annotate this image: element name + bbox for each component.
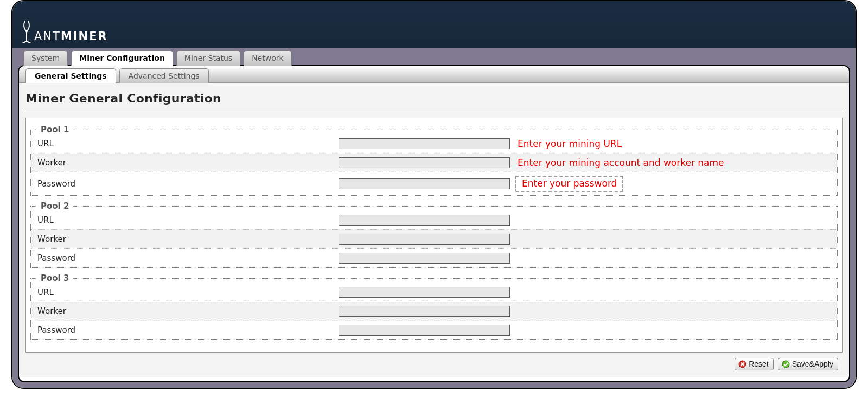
pool-2-row-worker: Worker — [31, 229, 837, 248]
field-label: Worker — [37, 306, 339, 316]
pool-2-worker-input[interactable] — [339, 234, 510, 245]
sub-tabs: General SettingsAdvanced Settings — [19, 66, 849, 83]
main-tab-miner-status[interactable]: Miner Status — [176, 50, 240, 66]
pool-2-row-url: URL — [31, 211, 837, 229]
field-label: Password — [37, 179, 339, 189]
field-label: Password — [37, 325, 339, 335]
field-label: URL — [37, 215, 339, 225]
svg-point-0 — [25, 30, 28, 33]
pool-1-worker-input[interactable] — [339, 157, 510, 168]
pool-3-password-input[interactable] — [339, 325, 510, 336]
field-label: URL — [37, 139, 339, 149]
pool-2-fieldset: Pool 2URLWorkerPassword — [30, 201, 838, 268]
main-frame: SystemMiner ConfigurationMiner StatusNet… — [12, 48, 856, 388]
reset-button[interactable]: Reset — [735, 358, 774, 370]
pool-3-row-worker: Worker — [31, 302, 837, 321]
svg-point-2 — [782, 361, 789, 368]
save-apply-button-label: Save&Apply — [792, 360, 833, 368]
pool-3-worker-input[interactable] — [339, 306, 510, 317]
device-window: ANTMINER SystemMiner ConfigurationMiner … — [11, 0, 857, 389]
pool-1-password-input[interactable] — [339, 178, 510, 189]
pool-2-row-password: Password — [31, 248, 837, 267]
hint-text: Enter your mining account and worker nam… — [518, 157, 724, 168]
main-tab-miner-configuration[interactable]: Miner Configuration — [71, 50, 173, 66]
hint-text: Enter your mining URL — [518, 138, 622, 149]
field-label: Worker — [37, 234, 339, 244]
cancel-icon — [738, 360, 746, 368]
pool-2-legend: Pool 2 — [36, 201, 73, 211]
pool-3-row-url: URL — [31, 283, 837, 302]
pool-1-url-input[interactable] — [339, 138, 510, 149]
field-label: URL — [37, 287, 339, 297]
pool-1-fieldset: Pool 1URLEnter your mining URLWorkerEnte… — [30, 125, 838, 196]
brand-text: ANTMINER — [34, 31, 108, 42]
pool-3-row-password: Password — [31, 321, 837, 339]
pool-2-url-input[interactable] — [339, 215, 510, 226]
sub-tab-general-settings[interactable]: General Settings — [25, 68, 116, 83]
pool-2-password-input[interactable] — [339, 253, 510, 264]
reset-button-label: Reset — [749, 360, 769, 368]
pools-container: Pool 1URLEnter your mining URLWorkerEnte… — [25, 118, 843, 353]
page-card: General SettingsAdvanced Settings Miner … — [18, 65, 850, 382]
brand-logo: ANTMINER — [20, 20, 108, 43]
antminer-ant-icon — [20, 20, 33, 43]
main-tabs: SystemMiner ConfigurationMiner StatusNet… — [18, 50, 850, 66]
pool-3-fieldset: Pool 3URLWorkerPassword — [30, 273, 838, 340]
pool-1-row-password: PasswordEnter your password — [31, 172, 837, 195]
pool-3-legend: Pool 3 — [36, 273, 73, 283]
main-tab-network[interactable]: Network — [244, 50, 291, 66]
field-label: Password — [37, 253, 339, 263]
pool-1-row-url: URLEnter your mining URL — [31, 134, 837, 153]
pool-3-url-input[interactable] — [339, 287, 510, 298]
pool-1-legend: Pool 1 — [36, 125, 73, 134]
check-icon — [782, 360, 790, 368]
main-tab-system[interactable]: System — [23, 50, 68, 66]
content-area: Miner General Configuration Pool 1URLEnt… — [19, 83, 849, 377]
hint-text: Enter your password — [515, 176, 623, 192]
sub-tab-advanced-settings[interactable]: Advanced Settings — [119, 68, 209, 83]
divider — [25, 110, 843, 110]
banner: ANTMINER — [12, 1, 856, 48]
field-label: Worker — [37, 158, 339, 168]
save-apply-button[interactable]: Save&Apply — [778, 358, 838, 370]
pool-1-row-worker: WorkerEnter your mining account and work… — [31, 153, 837, 172]
footer-buttons: Reset Save&Apply — [25, 353, 843, 370]
page-title: Miner General Configuration — [25, 92, 843, 105]
